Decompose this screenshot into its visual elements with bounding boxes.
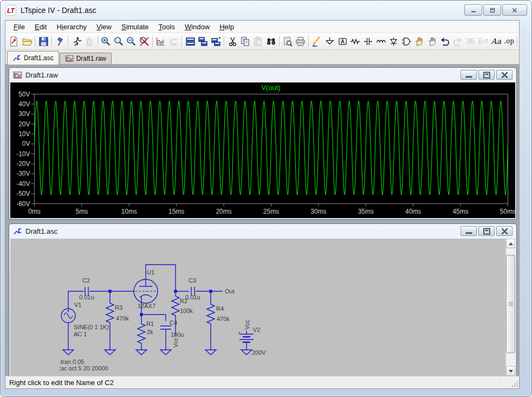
schematic-minimize-button[interactable] — [460, 226, 477, 236]
tab-draft1-raw[interactable]: Draft1.raw — [60, 53, 112, 64]
copy-button[interactable] — [239, 35, 252, 48]
svg-text:-40V: -40V — [16, 180, 30, 188]
menu-edit[interactable]: Edit — [30, 22, 51, 32]
menu-tools[interactable]: Tools — [154, 22, 180, 32]
waveform-close-button[interactable] — [496, 70, 512, 80]
spice-directive-button[interactable]: .op — [503, 35, 516, 48]
minimize-button[interactable] — [464, 4, 482, 16]
ground-button[interactable] — [323, 35, 336, 48]
waveform-restore-button[interactable] — [478, 70, 495, 80]
component-V1[interactable] — [61, 309, 75, 323]
save-button[interactable] — [37, 35, 50, 48]
ground-symbol[interactable] — [205, 350, 216, 355]
waveform-plot-area[interactable]: V(out) 50V40V30V20V10V0V-10V-20V-30V-40V… — [10, 82, 515, 218]
component-button[interactable] — [400, 35, 413, 48]
menu-window[interactable]: Window — [180, 22, 215, 32]
minimize-icon — [464, 71, 473, 80]
menu-view[interactable]: View — [92, 22, 116, 32]
vertical-scrollbar[interactable] — [505, 239, 515, 376]
undo-button[interactable] — [438, 35, 451, 48]
tile-horizontal-button[interactable] — [184, 35, 197, 48]
toolbar-separator — [35, 36, 35, 47]
zoom-in-button[interactable] — [100, 35, 113, 48]
new-schematic-button[interactable] — [8, 35, 21, 48]
ground-symbol[interactable] — [241, 350, 252, 355]
tab-draft1-asc[interactable]: Draft1.asc — [7, 51, 59, 65]
find-button[interactable] — [264, 35, 277, 48]
wire-button[interactable] — [310, 35, 323, 48]
close-icon — [500, 227, 509, 236]
net-label-button[interactable] — [336, 35, 349, 48]
menu-help[interactable]: Help — [215, 22, 239, 32]
title-bar[interactable]: LT LTspice IV - Draft1.asc — [1, 1, 531, 20]
open-file-button[interactable] — [21, 35, 34, 48]
scroll-up-button[interactable] — [506, 239, 515, 248]
print-button[interactable] — [294, 35, 307, 48]
vout-trace[interactable] — [35, 101, 508, 195]
tile-vertical-button[interactable] — [197, 35, 210, 48]
component-R1[interactable] — [138, 319, 145, 349]
component-R2[interactable] — [172, 291, 179, 321]
plot-settings-button[interactable] — [154, 35, 167, 48]
menu-file[interactable]: File — [9, 22, 30, 32]
restore-button[interactable] — [483, 4, 501, 16]
resistor-button[interactable] — [349, 35, 362, 48]
cut-icon — [227, 36, 238, 47]
scrollbar-track[interactable] — [506, 248, 515, 366]
cut-button[interactable] — [226, 35, 239, 48]
ground-symbol[interactable] — [63, 350, 74, 355]
tile-vertical-icon — [197, 36, 209, 47]
schematic-close-button[interactable] — [496, 226, 512, 236]
scrollbar-thumb[interactable] — [506, 255, 515, 353]
minimize-icon — [464, 227, 473, 236]
ground-symbol[interactable] — [105, 350, 115, 355]
mirror-icon: ƎE — [466, 37, 475, 45]
svg-text:2k: 2k — [147, 329, 153, 335]
svg-text:40V: 40V — [18, 100, 30, 108]
rotate-icon: E↺ — [478, 37, 488, 45]
trace-legend[interactable]: V(out) — [261, 84, 280, 92]
zoom-extents-icon — [113, 36, 125, 47]
open-file-icon — [21, 36, 33, 47]
waveform-window-titlebar[interactable]: Draft1.raw — [9, 68, 516, 82]
print-preview-button[interactable] — [281, 35, 294, 48]
diode-button[interactable] — [387, 35, 400, 48]
component-U1[interactable] — [134, 279, 158, 303]
svg-text:0.01u: 0.01u — [185, 294, 200, 300]
waveform-minimize-button[interactable] — [460, 70, 477, 80]
close-button[interactable] — [502, 4, 527, 16]
capacitor-button[interactable] — [362, 35, 375, 48]
move-button[interactable] — [413, 35, 426, 48]
zoom-extents-button[interactable] — [112, 35, 125, 48]
resize-grip[interactable] — [511, 380, 518, 387]
paste-icon — [252, 36, 264, 47]
svg-text:470k: 470k — [116, 315, 129, 322]
main-window: LT LTspice IV - Draft1.asc FileEditHiera… — [0, 0, 532, 397]
menu-hierarchy[interactable]: Hierarchy — [51, 22, 92, 32]
run-button[interactable] — [70, 35, 83, 48]
text-icon: Aa — [491, 37, 501, 46]
scroll-down-button[interactable] — [506, 366, 515, 376]
component-V2[interactable] — [239, 334, 254, 342]
ground-symbol[interactable] — [160, 350, 171, 355]
spice-directives[interactable]: .tran 0.05 ;ac oct 5 20 20000 — [59, 358, 108, 372]
inductor-button[interactable] — [374, 35, 387, 48]
ground-symbol[interactable] — [136, 350, 147, 355]
zoom-in-icon — [100, 36, 112, 47]
component-icon — [401, 36, 412, 47]
zoom-full-button[interactable] — [138, 35, 151, 48]
svg-text:20ms: 20ms — [216, 208, 231, 215]
schematic-labels[interactable]: C2 0.01u V1 SINE(0 1 1K) AC 1 R3 470k U1… — [74, 269, 266, 356]
component-R4[interactable] — [207, 299, 215, 329]
text-button[interactable]: Aa — [490, 35, 503, 48]
schematic-canvas[interactable]: C2 0.01u V1 SINE(0 1 1K) AC 1 R3 470k U1… — [10, 239, 505, 376]
tile-horizontal-icon — [185, 36, 196, 47]
drag-button[interactable] — [426, 35, 439, 48]
zoom-out-button[interactable] — [125, 35, 138, 48]
schematic-restore-button[interactable] — [478, 226, 495, 236]
toolbar-separator — [517, 36, 517, 47]
control-panel-button[interactable] — [54, 35, 67, 48]
schematic-window-titlebar[interactable]: Draft1.asc — [9, 224, 516, 238]
cascade-button[interactable] — [210, 35, 223, 48]
menu-simulate[interactable]: Simulate — [116, 22, 154, 32]
